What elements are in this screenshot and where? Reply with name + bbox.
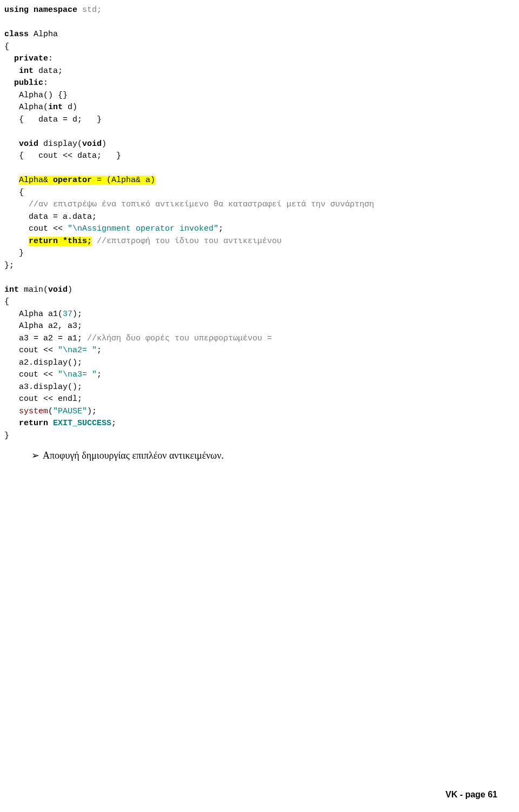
colon: : [48,54,53,63]
assign-data: data = a.data; [4,212,97,222]
class-close: }; [4,261,14,270]
op-sig: = (Alpha& a) [92,176,155,185]
code-block: using namespace std; class Alpha { priva… [4,4,497,442]
paren: ( [48,407,53,416]
string-literal: "\na3= " [58,370,97,379]
text-std: std; [77,5,102,15]
comment-line: //επιστροφή του ίδιου του αντικειμένου [92,237,282,246]
display-body: { cout << data; } [4,151,121,160]
kw-void: void [4,139,38,149]
paren: ) [68,285,72,294]
kw-int: int [4,285,19,294]
indent [4,237,29,246]
note-text: Αποφυγή δημιουργίας επιπλέον αντικειμένω… [43,450,224,461]
paren: ) [102,139,107,149]
paren-semi: ); [72,310,82,319]
indent [4,176,19,185]
semi: ; [218,224,223,233]
semi: ; [97,370,102,379]
a2-display: a2.display(); [4,358,82,367]
cout-a2-a: cout << [4,346,58,355]
num-literal: 37 [63,310,72,319]
kw-operator: operator [53,176,92,185]
note-line: ➢Αποφυγή δημιουργίας επιπλέον αντικειμέν… [31,448,497,463]
ctor-default: Alpha() {} [4,91,68,100]
comment-line: //κλήση δυο φορές του υπερφορτωμένου = [87,334,272,343]
cout-a3-a: cout << [4,370,58,379]
kw-void: void [82,139,102,149]
semi: ; [97,346,102,355]
page-footer: VK - page 61 [445,788,497,801]
comment-line: //αν επιστρέψω ένα τοπικό αντικείμενο θα… [4,200,374,209]
string-literal: "\nAssignment operator invoked" [68,224,218,233]
chain-assign: a3 = a2 = a1; [4,334,87,343]
brace-open: { [4,42,9,51]
kw-void: void [48,285,68,294]
brace-open: { [4,188,24,197]
brace-open: { [4,297,9,306]
ctor-body: { data = d; } [4,115,102,124]
display-decl: display( [38,139,82,149]
kw-private: private [4,54,48,63]
op-ret: Alpha& [19,176,53,185]
brace-close: } [4,249,24,258]
op-highlight: Alpha& operator = (Alpha& a) [19,176,155,185]
space [48,419,53,428]
main-decl: main( [19,285,48,294]
string-literal: "\na2= " [58,346,97,355]
kw-class: class [4,30,29,39]
kw-int: int [4,66,34,76]
a1-decl: Alpha a1( [4,310,63,319]
kw-using: using namespace [4,5,77,15]
a2a3-decl: Alpha a2, a3; [4,321,82,331]
indent [4,407,19,416]
brace-close: } [4,431,9,440]
system-call: system [19,407,48,416]
ctor-param-c: d) [63,103,77,112]
ctor-param-a: Alpha( [4,103,48,112]
kw-public: public [4,78,43,88]
return-highlight: return *this; [29,237,92,246]
class-name: Alpha [29,30,58,39]
exit-success: EXIT_SUCCESS [53,419,111,428]
paren-semi: ); [87,407,97,416]
semi: ; [111,419,116,428]
a3-display: a3.display(); [4,382,82,392]
cout-endl: cout << endl; [4,394,82,404]
page: using namespace std; class Alpha { priva… [0,0,519,812]
bullet-arrow-icon: ➢ [31,450,39,461]
cout-a: cout << [4,224,68,233]
kw-return: return [4,419,48,428]
colon: : [43,78,48,88]
member-data: data; [34,66,63,76]
kw-int: int [48,103,63,112]
string-literal: "PAUSE" [53,407,87,416]
